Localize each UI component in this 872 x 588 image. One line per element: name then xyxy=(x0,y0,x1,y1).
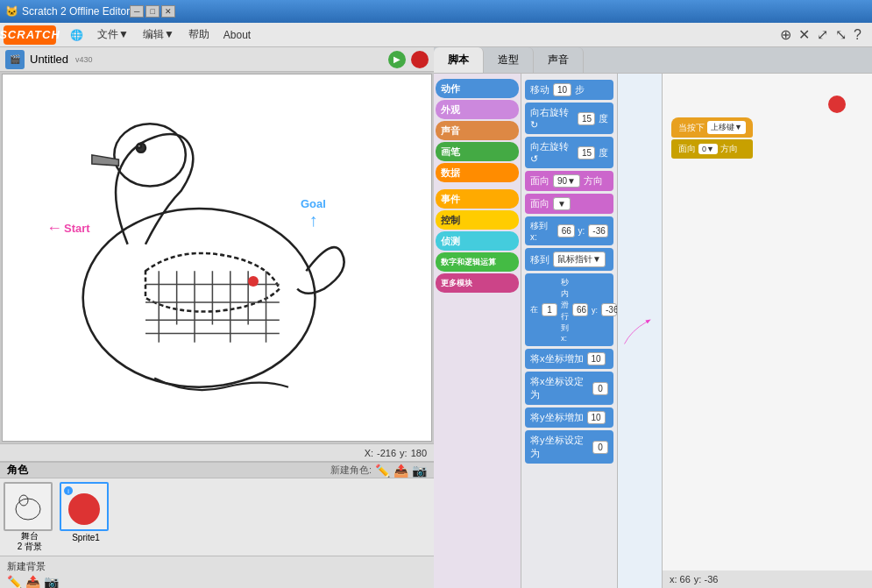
stage-canvas: ← Start Goal ↑ xyxy=(2,74,432,442)
block-change-x-input[interactable]: 10 xyxy=(587,352,606,365)
block-turn-left-input[interactable]: 15 xyxy=(578,146,595,159)
category-motion[interactable]: 动作 xyxy=(436,79,519,98)
block-goto[interactable]: 移到 鼠标指针▼ xyxy=(525,248,613,271)
edit-menu[interactable]: 编辑▼ xyxy=(136,25,181,45)
goal-arrow: ↑ xyxy=(308,210,317,230)
close-button[interactable]: ✕ xyxy=(161,5,175,18)
y-value: 180 xyxy=(411,448,427,458)
maximize-button[interactable]: □ xyxy=(145,5,160,18)
stage-thumb-img xyxy=(6,485,50,528)
window-controls: ─ □ ✕ xyxy=(130,5,175,18)
shrink-icon[interactable]: ⤡ xyxy=(835,26,847,43)
new-sprite-label: 新建角色: xyxy=(330,464,372,477)
hat-block-dropdown[interactable]: 上移键▼ xyxy=(707,121,746,134)
start-label: ← Start xyxy=(46,219,90,237)
stop-button[interactable] xyxy=(411,51,429,68)
category-pen[interactable]: 画笔 xyxy=(436,142,519,161)
duplicate-icon[interactable]: ⊕ xyxy=(780,26,791,43)
paint-sprite-icon[interactable]: ✏️ xyxy=(375,464,390,478)
goal-label: Goal ↑ xyxy=(301,197,326,230)
sprite1-thumb: i xyxy=(60,482,109,531)
stage-coordinates: X: -216 y: 180 xyxy=(0,443,434,461)
sprite-tools: ✏️ 📤 📷 xyxy=(375,464,427,478)
camera-sprite-icon[interactable]: 📷 xyxy=(412,464,427,478)
globe-menu-item[interactable]: 🌐 xyxy=(63,26,90,44)
block-move[interactable]: 移动 10 步 xyxy=(525,80,613,100)
block-glide-x[interactable]: 66 xyxy=(572,303,588,316)
title-text: Scratch 2 Offline Editor xyxy=(22,5,130,18)
toolbar-icons: ⊕ ✕ ⤢ ⤡ ? xyxy=(780,26,861,43)
category-operators[interactable]: 数字和逻辑运算 xyxy=(436,252,519,272)
category-data[interactable]: 数据 xyxy=(436,163,519,182)
block-change-y-input[interactable]: 10 xyxy=(587,411,606,424)
category-looks[interactable]: 外观 xyxy=(436,100,519,119)
annotation-arrow xyxy=(618,74,662,588)
upload-sprite-icon[interactable]: 📤 xyxy=(393,464,408,478)
block-goto-input[interactable]: 鼠标指针▼ xyxy=(553,251,606,267)
camera-backdrop-icon[interactable]: 📷 xyxy=(44,575,59,588)
tab-costumes[interactable]: 造型 xyxy=(484,47,534,73)
blocks-list: 移动 10 步 向右旋转 ↻ 15 度 向左旋转 ↺ 15 度 面向 90▼ 方… xyxy=(521,74,618,588)
block-move-input[interactable]: 10 xyxy=(553,83,571,96)
sprite1-image xyxy=(68,493,100,525)
category-control[interactable]: 控制 xyxy=(436,210,519,230)
delete-icon[interactable]: ✕ xyxy=(798,26,810,43)
block-set-x-input[interactable]: 0 xyxy=(592,382,608,395)
main-area: 🎬 Untitled v430 ▶ xyxy=(0,47,872,588)
block-glide[interactable]: 在 1 秒内滑行到 x: 66 y: -36 xyxy=(525,273,613,346)
block-point-towards-input[interactable]: ▼ xyxy=(553,197,571,210)
title-icon: 🐱 xyxy=(5,5,18,18)
help-menu[interactable]: 帮助 xyxy=(181,25,216,45)
block-point-dir[interactable]: 面向 90▼ 方向 xyxy=(525,171,613,191)
sprite-item-sprite1[interactable]: i Sprite1 xyxy=(60,482,112,542)
sprite-panel-label: 角色 xyxy=(7,463,330,478)
x-label: X: xyxy=(365,448,373,458)
tab-scripts[interactable]: 脚本 xyxy=(434,47,484,73)
category-more[interactable]: 更多模块 xyxy=(436,273,519,293)
blocks-area: 动作 外观 声音 画笔 数据 事件 控制 侦测 数字和逻辑运算 更多模块 移动 … xyxy=(434,74,872,588)
block-turn-right-input[interactable]: 15 xyxy=(578,112,595,125)
category-sound[interactable]: 声音 xyxy=(436,121,519,140)
hat-block[interactable]: 当按下 上移键▼ xyxy=(671,117,753,138)
category-events[interactable]: 事件 xyxy=(436,189,519,209)
block-turn-right[interactable]: 向右旋转 ↻ 15 度 xyxy=(525,103,613,134)
svg-point-3 xyxy=(138,145,141,148)
sprite-view: 当按下 上移键▼ 面向 0▼ 方向 x: 66 y: -36 xyxy=(662,74,872,588)
block-goto-y[interactable]: -36 xyxy=(588,224,608,237)
help-icon[interactable]: ? xyxy=(854,27,861,43)
block-change-x[interactable]: 将x坐标增加 10 xyxy=(525,349,613,369)
block-turn-left[interactable]: 向左旋转 ↺ 15 度 xyxy=(525,137,613,168)
block-point-towards[interactable]: 面向 ▼ xyxy=(525,194,613,214)
script-area[interactable] xyxy=(618,74,662,588)
block-set-y-input[interactable]: 0 xyxy=(592,441,608,454)
block-set-x[interactable]: 将x坐标设定为 0 xyxy=(525,372,613,405)
tab-sounds[interactable]: 声音 xyxy=(534,47,584,73)
green-flag-button[interactable]: ▶ xyxy=(388,51,406,68)
file-menu[interactable]: 文件▼ xyxy=(90,25,136,45)
block-goto-xy[interactable]: 移到 x:66 y:-36 xyxy=(525,216,613,245)
block-set-y[interactable]: 将y坐标设定为 0 xyxy=(525,430,613,464)
stage-thumb xyxy=(4,482,53,531)
sprite-item-stage[interactable]: 舞台 2 背景 xyxy=(4,482,56,552)
sprite1-name: Sprite1 xyxy=(60,533,112,542)
backdrop-tools: ✏️ 📤 📷 xyxy=(7,575,427,588)
direction-block[interactable]: 面向 0▼ 方向 xyxy=(671,139,753,159)
sprite-coordinates: x: 66 y: -36 xyxy=(663,570,872,588)
sprite-canvas-area: 当按下 上移键▼ 面向 0▼ 方向 xyxy=(663,74,872,570)
grow-icon[interactable]: ⤢ xyxy=(817,26,828,43)
block-glide-secs[interactable]: 1 xyxy=(542,303,557,316)
direction-block-input[interactable]: 0▼ xyxy=(698,144,718,154)
title-bar: 🐱 Scratch 2 Offline Editor ─ □ ✕ xyxy=(0,0,872,23)
stage-area: 🎬 Untitled v430 ▶ xyxy=(0,47,434,588)
block-point-dir-input[interactable]: 90▼ xyxy=(553,174,580,188)
category-sensing[interactable]: 侦测 xyxy=(436,231,519,251)
minimize-button[interactable]: ─ xyxy=(130,5,144,18)
about-menu[interactable]: About xyxy=(216,26,258,44)
stage-header: 🎬 Untitled v430 ▶ xyxy=(0,47,434,72)
upload-backdrop-icon[interactable]: 📤 xyxy=(25,575,40,588)
block-goto-x[interactable]: 66 xyxy=(557,224,575,237)
block-change-y[interactable]: 将y坐标增加 10 xyxy=(525,407,613,428)
block-glide-y[interactable]: -36 xyxy=(601,303,617,316)
x-value: -216 xyxy=(377,448,396,458)
paint-backdrop-icon[interactable]: ✏️ xyxy=(7,575,22,588)
